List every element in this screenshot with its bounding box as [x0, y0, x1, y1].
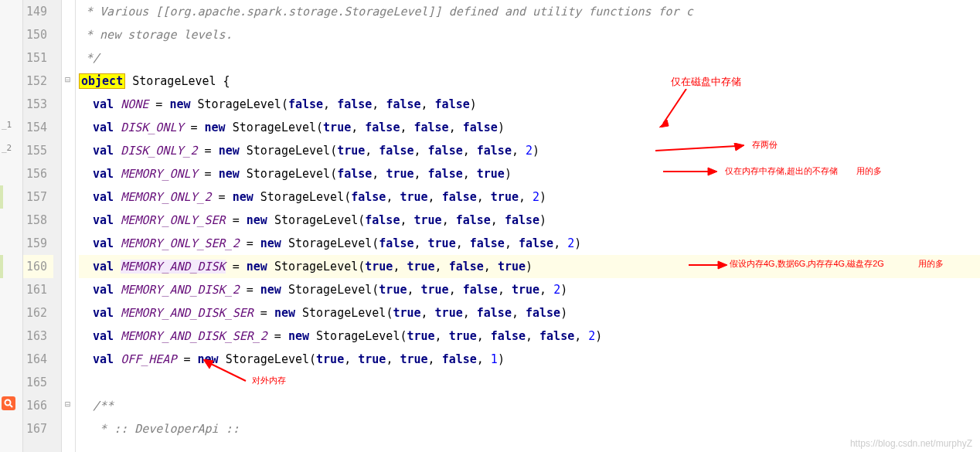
code-line: val MEMORY_ONLY_2 = new StorageLevel(fal…: [79, 185, 980, 209]
line-number: 155: [23, 139, 53, 162]
code-line: /**: [79, 394, 980, 417]
search-icon[interactable]: [2, 396, 15, 410]
line-number: 150: [23, 23, 53, 46]
arrow-icon: [655, 143, 744, 154]
fold-toggle-icon[interactable]: ⊟: [65, 399, 70, 410]
arrow-icon: [663, 166, 717, 177]
svg-marker-11: [203, 359, 213, 369]
line-number: 149: [23, 0, 53, 23]
marker-column: _1 _2: [0, 0, 23, 452]
line-number: 162: [23, 301, 53, 325]
arrow-icon: [659, 89, 690, 127]
line-number: 159: [23, 232, 53, 255]
line-number: 161: [23, 278, 53, 301]
annotation-off-heap: 对外内存: [252, 375, 286, 386]
code-line: val MEMORY_AND_DISK_SER = new StorageLev…: [79, 301, 980, 325]
line-number: 165: [23, 371, 53, 394]
code-editor[interactable]: _1 _2 149 150 151 152 153 154 155 156 15…: [0, 0, 980, 452]
line-number: 157: [23, 185, 53, 209]
bookmark-1: _1: [2, 120, 12, 130]
arrow-icon: [203, 359, 250, 382]
bookmark-2: _2: [2, 143, 12, 153]
object-keyword: object: [79, 73, 125, 89]
line-number: 164: [23, 348, 53, 371]
svg-line-10: [209, 363, 246, 381]
code-line: */: [79, 46, 980, 70]
svg-marker-9: [718, 261, 727, 269]
svg-marker-7: [708, 168, 717, 175]
svg-marker-3: [659, 120, 669, 127]
line-number: 151: [23, 46, 53, 70]
svg-line-2: [663, 89, 686, 124]
code-line: val MEMORY_ONLY_SER_2 = new StorageLevel…: [79, 232, 980, 255]
annotation-two-copies: 存两份: [752, 139, 778, 151]
code-line: val NONE = new StorageLevel(false, false…: [79, 93, 980, 116]
line-number-gutter: 149 150 151 152 153 154 155 156 157 158 …: [23, 0, 62, 452]
annotation-disk-only: 仅在磁盘中存储: [671, 75, 741, 89]
code-line: val MEMORY_AND_DISK_2 = new StorageLevel…: [79, 278, 980, 301]
line-number: 166: [23, 394, 53, 417]
code-line: val MEMORY_ONLY_SER = new StorageLevel(f…: [79, 209, 980, 232]
code-line: * new storage levels.: [79, 23, 980, 46]
line-number: 154: [23, 116, 53, 139]
svg-marker-5: [734, 143, 744, 151]
line-number: 158: [23, 209, 53, 232]
code-line: val DISK_ONLY_2 = new StorageLevel(true,…: [79, 139, 980, 162]
line-number: 152: [23, 70, 53, 93]
annotation-memory-only: 仅在内存中存储,超出的不存储: [725, 165, 838, 177]
code-line: val MEMORY_AND_DISK_SER_2 = new StorageL…: [79, 325, 980, 348]
annotation-memory-only-suffix: 用的多: [856, 165, 882, 177]
code-line: * Various [[org.apache.spark.storage.Sto…: [79, 0, 980, 23]
code-line: val DISK_ONLY = new StorageLevel(true, f…: [79, 116, 980, 139]
line-number: 163: [23, 325, 53, 348]
code-line: object StorageLevel {: [79, 70, 980, 93]
svg-line-4: [655, 146, 737, 151]
fold-column: ⊟ ⊟: [62, 0, 76, 452]
annotation-memory-and-disk: 假设内存4G,数据6G,内存存4G,磁盘存2G: [730, 258, 884, 270]
line-number: 167: [23, 417, 53, 440]
line-number: 160: [23, 255, 53, 278]
arrow-icon: [689, 260, 727, 270]
code-line: val MEMORY_ONLY = new StorageLevel(false…: [79, 162, 980, 185]
fold-toggle-icon[interactable]: ⊟: [65, 74, 70, 85]
line-number: 156: [23, 162, 53, 185]
watermark: https://blog.csdn.net/murphyZ: [850, 438, 972, 449]
annotation-memory-and-disk-suffix: 用的多: [918, 258, 944, 270]
code-line: * :: DeveloperApi ::: [79, 417, 980, 440]
code-content[interactable]: * Various [[org.apache.spark.storage.Sto…: [76, 0, 980, 452]
svg-point-0: [5, 400, 11, 406]
svg-line-1: [10, 405, 12, 407]
line-number: 153: [23, 93, 53, 116]
change-marker: [0, 185, 3, 209]
change-marker: [0, 255, 3, 278]
